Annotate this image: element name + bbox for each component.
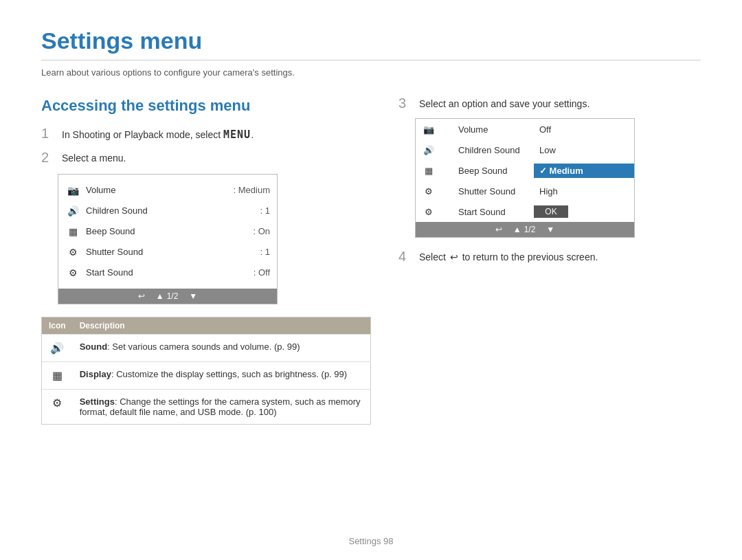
table-row-display: ▦ Display: Customize the display setting… (42, 361, 371, 389)
settings-icon-s3: ⚙ (421, 183, 436, 199)
step3-down-arrow-icon: ▼ (546, 225, 554, 234)
settings-icon-cell: ⚙ (42, 389, 73, 424)
step3-down-button: ▼ (546, 225, 554, 234)
step-3-number: 3 (398, 96, 415, 111)
settings-icon-2: ⚙ (65, 265, 80, 280)
menu-word: MENU (223, 128, 251, 141)
left-column: Accessing the settings menu 1 In Shootin… (41, 97, 371, 425)
menu-row: ▦ Beep Sound : On (58, 221, 277, 242)
camera-icon-s3: 📷 (421, 122, 436, 137)
display-icon: ▦ (65, 224, 80, 239)
table-row-sound: 🔊 Sound: Set various camera sounds and v… (42, 334, 371, 361)
col-icon-header: Icon (42, 317, 73, 334)
menu-row: 📷 Volume : Medium (58, 180, 277, 201)
menu-row: ⚙ Shutter Sound : 1 (58, 242, 277, 262)
menu-row: 🔊 Children Sound : 1 (58, 201, 277, 221)
page-title: Settings menu (41, 27, 701, 54)
menu-footer: ↩ ▲ 1/2 ▼ (58, 289, 277, 304)
camera-icon: 📷 (65, 183, 80, 198)
col-desc-header: Description (73, 317, 371, 334)
step-2: 2 Select a menu. (41, 151, 371, 166)
step3-row-beep: ▦ Beep Sound ✓ Medium (416, 160, 634, 181)
right-column: 3 Select an option and save your setting… (398, 97, 701, 425)
up-arrow-icon: ▲ (156, 291, 164, 301)
table-row-settings: ⚙ Settings: Change the settings for the … (42, 389, 371, 424)
back-button: ↩ (138, 291, 145, 301)
sound-icon-cell: 🔊 (42, 334, 73, 361)
sound-desc: Sound: Set various camera sounds and vol… (73, 334, 371, 361)
step-3: 3 Select an option and save your setting… (398, 97, 701, 111)
step3-row-children: 🔊 Children Sound Low (416, 139, 634, 160)
display-desc: Display: Customize the display settings,… (73, 361, 371, 389)
up-button: ▲ 1/2 (156, 291, 179, 301)
menu-screenshot-box: 📷 Volume : Medium 🔊 Children Sound : 1 ▦… (58, 174, 278, 304)
step3-footer: ↩ ▲ 1/2 ▼ (416, 222, 634, 237)
down-arrow-icon: ▼ (189, 291, 197, 301)
step3-row-shutter: ⚙ Shutter Sound High (416, 181, 634, 201)
return-icon: ↩ (450, 250, 458, 265)
step-2-text: Select a menu. (62, 151, 126, 166)
display-icon-s3: ▦ (421, 163, 436, 178)
page-footer: Settings 98 (0, 536, 742, 546)
sound-icon: 🔊 (65, 203, 80, 219)
step-1-number: 1 (41, 126, 58, 142)
down-button: ▼ (189, 291, 197, 301)
step3-back-button: ↩ (495, 225, 502, 234)
settings-desc: Settings: Change the settings for the ca… (73, 389, 371, 424)
icon-description-table: Icon Description 🔊 Sound: Set various ca… (41, 317, 371, 425)
step-3-text: Select an option and save your settings. (419, 97, 589, 111)
step-1: 1 In Shooting or Playback mode, select M… (41, 127, 371, 143)
step3-menu-box: 📷 Volume Off 🔊 Children Sound Low ▦ Beep… (415, 118, 635, 238)
settings-icon-s3-2: ⚙ (421, 204, 436, 219)
menu-row: ⚙ Start Sound : Off (58, 262, 277, 283)
section-title: Accessing the settings menu (41, 97, 371, 115)
step-4-text: Select ↩ to return to the previous scree… (419, 250, 598, 265)
step3-back-icon: ↩ (495, 225, 502, 234)
step3-up-arrow-icon: ▲ (513, 225, 521, 234)
step3-row-volume: 📷 Volume Off (416, 119, 634, 139)
page-subtitle: Learn about various options to configure… (41, 67, 701, 78)
step-1-text: In Shooting or Playback mode, select MEN… (62, 127, 254, 143)
sound-icon-s3: 🔊 (421, 142, 436, 157)
display-icon-cell: ▦ (42, 361, 73, 389)
step3-row-start: ⚙ Start Sound OK (416, 201, 634, 222)
step-2-number: 2 (41, 150, 58, 166)
step-4-number: 4 (398, 249, 415, 265)
step3-rows: 📷 Volume Off 🔊 Children Sound Low ▦ Beep… (416, 119, 634, 222)
settings-icon: ⚙ (65, 245, 80, 260)
step3-up-button: ▲ 1/2 (513, 225, 536, 234)
back-icon: ↩ (138, 291, 145, 301)
step-4: 4 Select ↩ to return to the previous scr… (398, 250, 701, 265)
